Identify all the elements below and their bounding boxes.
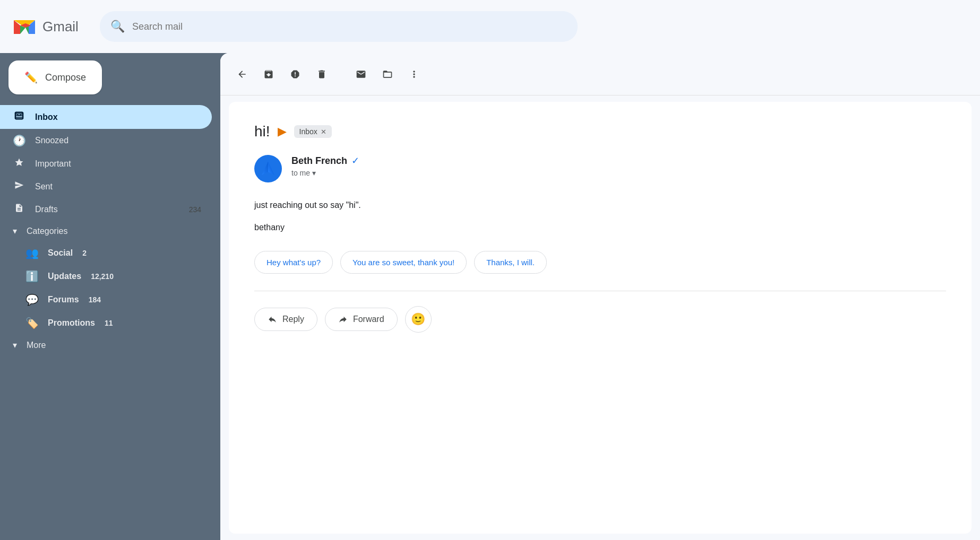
sidebar-item-updates[interactable]: ℹ️ Updates 12,210: [0, 265, 212, 288]
svg-marker-9: [262, 161, 268, 175]
smart-replies: Hey what's up? You are so sweet, thank y…: [254, 251, 946, 274]
smart-reply-1[interactable]: Hey what's up?: [254, 251, 333, 274]
drafts-count: 234: [189, 205, 201, 214]
sender-name: Beth French: [291, 155, 347, 167]
sender-row: Beth French ✓ to me ▾: [254, 155, 946, 182]
forward-icon: [338, 315, 348, 324]
categories-header[interactable]: ▾ Categories: [0, 221, 220, 241]
inbox-badge: Inbox ✕: [294, 125, 332, 138]
archive-button[interactable]: [257, 63, 280, 85]
sent-icon: [13, 180, 25, 193]
compose-button[interactable]: ✏️ Compose: [8, 60, 102, 94]
more-label: More: [27, 341, 46, 350]
inbox-badge-close[interactable]: ✕: [321, 128, 326, 136]
snoozed-icon: 🕐: [13, 134, 25, 147]
drafts-label: Drafts: [35, 205, 179, 214]
gmail-logo-icon: [13, 16, 38, 37]
sidebar: ✏️ Compose Inbox 🕐 Snoozed Important: [0, 53, 220, 540]
reply-button[interactable]: Reply: [254, 308, 317, 331]
forward-button[interactable]: Forward: [325, 308, 398, 331]
updates-icon: ℹ️: [25, 270, 38, 283]
sidebar-item-forums[interactable]: 💬 Forums 184: [0, 288, 212, 311]
email-subject: hi!: [254, 123, 270, 140]
important-label: Important: [35, 159, 201, 169]
email-content: hi! ▶ Inbox ✕: [229, 102, 972, 534]
more-actions-button[interactable]: [403, 63, 425, 85]
sender-to-label: to me: [291, 169, 310, 177]
move-to-button[interactable]: [376, 63, 399, 85]
forums-count: 184: [89, 295, 101, 304]
forward-label: Forward: [353, 315, 384, 324]
sent-label: Sent: [35, 182, 201, 191]
sender-to-chevron: ▾: [312, 169, 316, 177]
promotions-icon: 🏷️: [25, 317, 38, 329]
compose-label: Compose: [45, 72, 86, 83]
mark-unread-button[interactable]: [350, 63, 372, 85]
smart-reply-2[interactable]: You are so sweet, thank you!: [340, 251, 467, 274]
verified-icon: ✓: [351, 155, 359, 167]
svg-marker-10: [268, 161, 274, 175]
sender-info: Beth French ✓ to me ▾: [291, 155, 946, 177]
emoji-icon: 🙂: [411, 312, 425, 326]
back-button[interactable]: [231, 63, 253, 85]
promotions-count: 11: [105, 319, 113, 327]
report-spam-button[interactable]: [284, 63, 306, 85]
sidebar-item-snoozed[interactable]: 🕐 Snoozed: [0, 129, 212, 152]
sidebar-item-drafts[interactable]: Drafts 234: [0, 198, 212, 221]
sidebar-item-inbox[interactable]: Inbox: [0, 105, 212, 129]
delete-button[interactable]: [311, 63, 333, 85]
sidebar-item-more[interactable]: ▾ More: [0, 335, 220, 355]
forums-label: Forums: [48, 295, 79, 304]
sender-avatar-icon: [259, 160, 277, 178]
main-layout: ✏️ Compose Inbox 🕐 Snoozed Important: [0, 53, 980, 540]
categories-chevron-icon: ▾: [13, 226, 17, 236]
search-icon: 🔍: [110, 20, 125, 33]
email-subject-row: hi! ▶ Inbox ✕: [254, 123, 946, 140]
reply-icon: [268, 315, 277, 324]
inbox-icon: [13, 110, 25, 124]
reply-label: Reply: [282, 315, 304, 324]
compose-icon: ✏️: [24, 71, 38, 84]
updates-label: Updates: [48, 272, 81, 281]
more-chevron-icon: ▾: [13, 340, 17, 350]
gmail-logo: Gmail: [13, 16, 79, 37]
sidebar-item-sent[interactable]: Sent: [0, 175, 212, 198]
email-divider: [254, 291, 946, 291]
sidebar-item-promotions[interactable]: 🏷️ Promotions 11: [0, 311, 212, 335]
social-icon: 👥: [25, 247, 38, 259]
email-panel: hi! ▶ Inbox ✕: [220, 53, 980, 540]
updates-count: 12,210: [91, 272, 114, 281]
app-title: Gmail: [42, 19, 79, 35]
search-bar[interactable]: 🔍: [100, 11, 578, 42]
snoozed-label: Snoozed: [35, 136, 201, 145]
social-label: Social: [48, 248, 73, 258]
social-count: 2: [82, 249, 87, 257]
sidebar-item-important[interactable]: Important: [0, 152, 212, 175]
important-icon: [13, 158, 25, 170]
inbox-label: Inbox: [35, 112, 201, 122]
action-buttons: Reply Forward 🙂: [254, 306, 946, 333]
smart-reply-3[interactable]: Thanks, I will.: [474, 251, 547, 274]
email-toolbar: [220, 53, 980, 95]
sender-name-row: Beth French ✓: [291, 155, 946, 167]
inbox-badge-label: Inbox: [299, 127, 317, 136]
search-input[interactable]: [132, 21, 567, 32]
drafts-icon: [13, 203, 25, 215]
email-body-line1: just reaching out so say "hi".: [254, 198, 946, 212]
top-bar: Gmail 🔍: [0, 0, 980, 53]
promotions-label: Promotions: [48, 318, 95, 328]
email-body: just reaching out so say "hi". bethany: [254, 198, 946, 234]
sidebar-item-social[interactable]: 👥 Social 2: [0, 241, 212, 265]
sender-avatar: [254, 155, 282, 182]
importance-icon: ▶: [278, 125, 287, 138]
forums-icon: 💬: [25, 293, 38, 306]
categories-label: Categories: [27, 227, 67, 236]
email-body-line2: bethany: [254, 221, 946, 234]
sender-to-row[interactable]: to me ▾: [291, 169, 946, 177]
emoji-reaction-button[interactable]: 🙂: [405, 306, 432, 333]
